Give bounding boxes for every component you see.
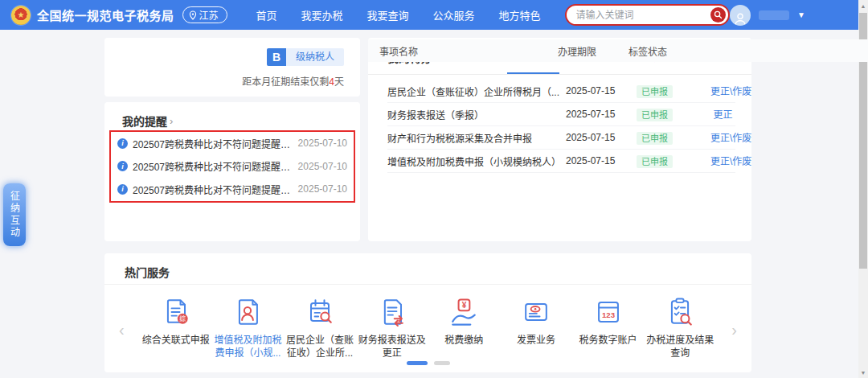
action-link[interactable]: 更正 xyxy=(713,109,732,121)
filing-deadline-text: 距本月征期结束仅剩4天 xyxy=(242,74,344,88)
info-icon: i xyxy=(117,184,128,195)
invoice-eye-icon xyxy=(518,294,554,330)
service-vat-filing[interactable]: 增值税及附加税费申报（小规... xyxy=(212,294,285,360)
tax-bureau-emblem-icon: ★ xyxy=(11,6,31,25)
col-deadline: 办理期限 xyxy=(558,44,628,58)
location-label: 江苏 xyxy=(199,8,219,22)
service-tax-payment[interactable]: ¥ 税费缴纳 xyxy=(428,294,501,360)
service-financial-statements[interactable]: 财务报表报送及更正 xyxy=(356,294,428,360)
reminder-item[interactable]: i 202507跨税费种比对不符问题提醒20... 2025-07-10 xyxy=(117,178,347,201)
hot-services-card: 热门服务 ‹ › 综 综合关联式申报 xyxy=(104,253,751,372)
reminder-text: 202507跨税费种比对不符问题提醒20... xyxy=(133,183,292,196)
service-label: 增值税及附加税费申报（小规... xyxy=(212,334,285,360)
carousel-dot[interactable] xyxy=(434,361,450,365)
reminder-text: 202507跨税费种比对不符问题提醒20... xyxy=(133,137,292,150)
hot-services-title: 热门服务 xyxy=(125,266,170,279)
deadline-suffix: 天 xyxy=(334,76,344,88)
taxpayer-level-label: 级纳税人 xyxy=(286,48,344,66)
nav-tax-handling[interactable]: 我要办税 xyxy=(301,7,343,23)
nav-inquiry[interactable]: 我要查询 xyxy=(367,7,409,23)
service-invoice[interactable]: 发票业务 xyxy=(500,294,572,360)
item-name: 财务报表报送（季报） xyxy=(387,108,566,121)
calendar-123-icon: 123 xyxy=(591,294,626,330)
status-badge: 已申报 xyxy=(637,109,673,121)
col-item-name: 事项名称 xyxy=(379,44,558,58)
top-header: ★ 全国统一规范电子税务局 江苏 首页 我要办税 我要查询 公众服务 地方特色 xyxy=(0,0,858,30)
main-nav: 首页 我要办税 我要查询 公众服务 地方特色 xyxy=(256,7,565,23)
info-icon: i xyxy=(117,161,128,171)
item-deadline: 2025-07-15 xyxy=(566,132,637,143)
item-deadline: 2025-07-15 xyxy=(566,85,637,97)
table-row: 财务报表报送（季报） 2025-07-15 已申报 更正 xyxy=(387,103,735,126)
chevron-down-icon[interactable]: ▼ xyxy=(797,10,805,19)
nav-home[interactable]: 首页 xyxy=(256,7,277,23)
nav-local-features[interactable]: 地方特色 xyxy=(499,7,541,23)
service-label: 税费缴纳 xyxy=(428,334,501,347)
reminder-date: 2025-07-10 xyxy=(298,183,347,195)
todo-table: 事项名称 办理期限 标签状态 操作 居民企业（查账征收）企业所得税月（... 2… xyxy=(387,80,735,173)
hand-yuan-icon: ¥ xyxy=(446,294,481,330)
scroll-up-button[interactable]: ▲ xyxy=(858,0,868,11)
item-name: 居民企业（查账征收）企业所得税月（... xyxy=(387,84,566,98)
item-name: 财产和行为税税源采集及合并申报 xyxy=(387,131,566,145)
info-icon: i xyxy=(117,138,128,149)
service-resident-enterprise-tax[interactable]: 居民企业（查账征收）企业所... xyxy=(284,294,356,360)
service-comprehensive-filing[interactable]: 综 综合关联式申报 xyxy=(140,294,212,360)
service-label: 办税进度及结果查询 xyxy=(644,334,716,360)
my-reminders-card: 我的提醒 › i 202507跨税费种比对不符问题提醒20... 2025-07… xyxy=(104,102,360,241)
status-badge: 已申报 xyxy=(637,155,673,168)
item-deadline: 2025-07-15 xyxy=(566,155,637,166)
interaction-side-tab[interactable]: 征纳互动 xyxy=(3,183,26,246)
item-deadline: 2025-07-15 xyxy=(566,109,637,120)
nav-public-service[interactable]: 公众服务 xyxy=(433,7,475,23)
service-label: 财务报表报送及更正 xyxy=(356,334,428,360)
services-row: 综 综合关联式申报 增值税及附加税费申报（小规... xyxy=(140,294,716,360)
site-title: 全国统一规范电子税务局 xyxy=(37,6,174,23)
reminder-item[interactable]: i 202507跨税费种比对不符问题提醒20... 2025-07-10 xyxy=(117,132,347,155)
reminder-item[interactable]: i 202507跨税费种比对不符问题提醒20... 2025-07-10 xyxy=(117,155,347,179)
search-button[interactable] xyxy=(710,7,726,23)
person-icon xyxy=(733,11,747,26)
carousel-prev-icon[interactable]: ‹ xyxy=(119,322,125,338)
svg-text:123: 123 xyxy=(602,310,615,319)
deadline-days: 4 xyxy=(329,76,334,88)
taxpayer-level-badge[interactable]: B 级纳税人 xyxy=(267,48,344,66)
user-avatar[interactable] xyxy=(730,5,751,26)
col-action: 操作 xyxy=(702,44,868,58)
action-link[interactable]: 更正\作废 xyxy=(710,156,751,167)
reminder-text: 202507跨税费种比对不符问题提醒20... xyxy=(133,159,292,173)
service-label: 税务数字账户 xyxy=(572,334,645,347)
svg-text:¥: ¥ xyxy=(462,301,467,310)
service-label: 发票业务 xyxy=(500,334,572,347)
search-input[interactable] xyxy=(576,10,710,21)
table-header-row: 事项名称 办理期限 标签状态 操作 xyxy=(368,39,868,62)
red-annotation-box: i 202507跨税费种比对不符问题提醒20... 2025-07-10 i 2… xyxy=(109,130,355,203)
location-selector[interactable]: 江苏 xyxy=(182,6,227,23)
service-progress-query[interactable]: 办税进度及结果查询 xyxy=(644,294,716,360)
doc-person-icon xyxy=(230,294,265,330)
action-link[interactable]: 更正\作废 xyxy=(710,86,751,97)
arrow-right-icon: › xyxy=(170,115,173,127)
doc-badge-icon: 综 xyxy=(158,294,194,330)
table-row: 增值税及附加税费申报（小规模纳税人） 2025-07-15 已申报 更正\作废 xyxy=(387,150,735,173)
scroll-down-button[interactable]: ▼ xyxy=(858,367,868,378)
service-digital-account[interactable]: 123 税务数字账户 xyxy=(572,294,645,360)
carousel-next-icon[interactable]: › xyxy=(731,322,737,338)
calendar-search-icon xyxy=(302,294,338,330)
doc-arrows-icon xyxy=(375,294,410,330)
svg-text:综: 综 xyxy=(179,314,186,323)
deadline-prefix: 距本月征期结束仅剩 xyxy=(242,76,329,88)
service-label: 综合关联式申报 xyxy=(140,334,212,347)
item-name: 增值税及附加税费申报（小规模纳税人） xyxy=(387,154,566,168)
reminder-date: 2025-07-10 xyxy=(298,138,347,149)
carousel-dot-active[interactable] xyxy=(407,361,428,365)
taxpayer-level-letter: B xyxy=(267,48,286,66)
taxpayer-level-card: B 级纳税人 距本月征期结束仅剩4天 xyxy=(104,38,360,97)
search-box[interactable] xyxy=(565,4,730,26)
service-label: 居民企业（查账征收）企业所... xyxy=(284,334,356,360)
my-reminders-title: 我的提醒 xyxy=(122,113,167,129)
my-reminders-title-link[interactable]: 我的提醒 › xyxy=(104,102,360,129)
reminder-date: 2025-07-10 xyxy=(298,161,347,172)
search-icon xyxy=(714,10,723,19)
action-link[interactable]: 更正\作废 xyxy=(710,133,751,144)
